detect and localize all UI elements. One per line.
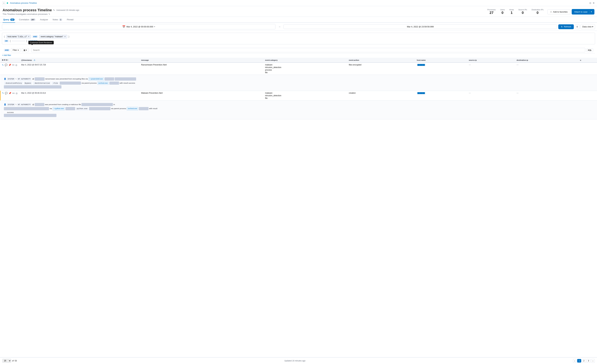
detail-blurred-2: ███ — [104, 77, 114, 81]
row-event-category-cell: malware intrusion_detection process file — [264, 62, 347, 75]
col-message[interactable]: message — [140, 58, 264, 62]
detail-nt-authority: NT AUTHORITY — [17, 77, 31, 81]
description-edit-icon[interactable]: ✎ — [48, 13, 50, 15]
row-expand-icon[interactable]: ✎ — [2, 92, 4, 94]
query-chip-hostname[interactable]: host.name: "1 d1s.,.r,l" ✕ — [6, 35, 31, 38]
events-table-container[interactable]: ⊞ ⚙ ⊟ ↑ @timestamp ↓ 1 message event.cat… — [0, 58, 597, 357]
row-extra-cell — [578, 91, 597, 100]
detail-success2: success — [7, 111, 14, 113]
page-2-button[interactable]: 2 — [582, 359, 586, 363]
tab-notes[interactable]: Notes 1 — [52, 17, 63, 23]
stat-hosts: Hosts 1 — [509, 9, 514, 15]
chip-event-category-remove-icon[interactable]: ✕ — [64, 35, 66, 38]
add-filter-button[interactable]: + Add filter — [2, 54, 11, 57]
detail-success: success — [128, 82, 135, 84]
detail-slash: \ — [16, 78, 16, 80]
detail-user-icon: 👤 — [4, 103, 6, 105]
title-edit-icon[interactable]: ✎ — [53, 9, 55, 11]
page-3-button[interactable]: 3 — [587, 359, 590, 363]
refresh-button[interactable]: ↻ Refresh — [558, 24, 574, 29]
header-actions: ☆ Add to favorites Attach to case ▾ — [547, 9, 594, 15]
add-to-favorites-button[interactable]: ☆ Add to favorites — [547, 9, 570, 14]
row-dest-ip-cell: — — [515, 62, 578, 75]
row-pin-icon[interactable]: 📌 — [8, 64, 11, 66]
search-input[interactable] — [31, 48, 585, 52]
col-extra: u — [578, 58, 597, 62]
event-categories: malware intrusion_detection file — [265, 92, 346, 99]
tab-query[interactable]: Query 53 — [3, 17, 15, 23]
row-extra-cell — [578, 62, 597, 75]
per-page-select[interactable]: 25 50 100 — [2, 359, 11, 363]
row-more-icon[interactable]: ••• — [12, 64, 15, 66]
detail-with-result2: with result — [149, 108, 157, 109]
chevron-down-icon[interactable]: ▾ — [591, 11, 592, 13]
topbar-settings-icon[interactable]: ⊙ — [589, 2, 591, 5]
row-comment-icon[interactable]: 💬 — [5, 64, 8, 66]
close-paren-1: ) — [69, 35, 69, 38]
cat-malware: malware — [265, 64, 346, 66]
tab-analyzer[interactable]: Analyzer — [39, 17, 49, 23]
col-event-category[interactable]: event.category — [264, 58, 347, 62]
row-comment-icon[interactable]: 💬 — [5, 92, 8, 94]
col-event-action[interactable]: event.action — [347, 58, 415, 62]
cat-malware: malware — [265, 92, 346, 94]
filter-label: Filter — [13, 49, 17, 51]
detail-blurred-path: ████████████████████████ — [81, 103, 113, 106]
filter-bar-wrapper: AND Filter ▾ ▦ ▾ Customize Event Rendere… — [0, 46, 597, 58]
host-name-link[interactable]: ███████ — [417, 92, 425, 94]
columns-icon: ⊟ — [6, 59, 8, 61]
close-paren-2: ) — [26, 40, 27, 42]
row-expand-icon[interactable]: ✎ — [2, 64, 4, 66]
attach-to-case-button[interactable]: Attach to case ▾ — [572, 9, 594, 15]
field-display-button[interactable]: ▦ ▾ — [22, 48, 29, 52]
cat-process: process — [265, 69, 346, 71]
data-view-button[interactable]: Data view ▾ — [581, 24, 595, 29]
row-dest-ip-cell: — — [515, 91, 578, 100]
cal-chevron-icon: ▾ — [154, 26, 155, 28]
share-button[interactable]: ⬆ — [575, 24, 580, 29]
detail-svchost: svchost.exe — [97, 81, 109, 85]
row-pin-icon[interactable]: 📌 — [8, 92, 11, 94]
col-host-name[interactable]: host.name — [415, 58, 467, 62]
tab-pinned[interactable]: Pinned — [66, 17, 74, 23]
source-ip-label: source.ip — [469, 59, 477, 61]
chip-hostname-remove-icon[interactable]: ✕ — [28, 35, 30, 38]
tab-correlation[interactable]: Correlation 297 — [18, 17, 36, 23]
next-page-button[interactable]: › — [591, 359, 595, 363]
col-destination-ip[interactable]: destination.ip — [515, 58, 578, 62]
detail-flag-execpolicy: -ExecutionPolicy — [4, 82, 23, 85]
stat-users-value: 0 — [502, 11, 503, 15]
row-actions-cell: ✎ 💬 📌 ••• ◎ — [0, 91, 20, 100]
topbar-close-icon[interactable]: ✕ — [593, 2, 595, 5]
data-view-chevron-icon: ▾ — [592, 25, 593, 28]
col-source-ip[interactable]: source.ip — [467, 58, 515, 62]
detail-blurred-host: █ ▀ ▄█ — [35, 103, 44, 106]
kql-button[interactable]: KQL — [587, 48, 593, 52]
prev-page-button[interactable]: ‹ — [573, 359, 576, 363]
settings-icon: ⚙ — [4, 59, 6, 61]
end-date-picker[interactable]: Mar 4, 2022 @ 23:59:59.999 — [283, 24, 557, 29]
query-chip-event-category[interactable]: event.category: "malware" ✕ — [39, 35, 67, 38]
pagination: ‹ 1 2 3 › — [573, 359, 595, 363]
tab-correlation-badge: 297 — [30, 19, 35, 21]
query-empty-chip[interactable] — [12, 40, 25, 42]
query-row-1: ( host.name: "1 d1s.,.r,l" ✕ AND event.c… — [4, 35, 593, 38]
tab-notes-label: Notes — [53, 18, 58, 21]
customize-tooltip-box: Customize Event Renderers — [28, 41, 54, 44]
start-date-picker[interactable]: 📅 Mar 4, 2022 @ 00:00:00.000 ▾ — [2, 24, 275, 29]
page-1-button[interactable]: 1 — [577, 359, 581, 363]
detail-flag-bypass: Bypass — [24, 82, 32, 85]
row-details-icon[interactable]: ◎ — [15, 64, 17, 66]
new-tab-button[interactable]: + — [2, 1, 6, 5]
row-details-icon[interactable]: ◎ — [16, 92, 18, 94]
host-name-link[interactable]: ███████ — [417, 64, 425, 66]
events-table: ⊞ ⚙ ⊟ ↑ @timestamp ↓ 1 message event.cat… — [0, 58, 597, 119]
filter-dropdown-button[interactable]: Filter ▾ — [11, 48, 21, 52]
col-controls[interactable]: ⊞ ⚙ ⊟ ↑ — [0, 58, 20, 62]
detail-blurred-host: ██ █▄█ █ — [35, 77, 45, 81]
col-timestamp[interactable]: @timestamp ↓ 1 — [20, 58, 140, 62]
add-filter-row: + Add filter — [2, 53, 595, 58]
stat-hosts-value: 1 — [511, 11, 512, 15]
row-more-icon[interactable]: ••• — [12, 92, 15, 94]
main-content: Anomalous process Timeline ✎ Autosaved 1… — [0, 6, 597, 364]
